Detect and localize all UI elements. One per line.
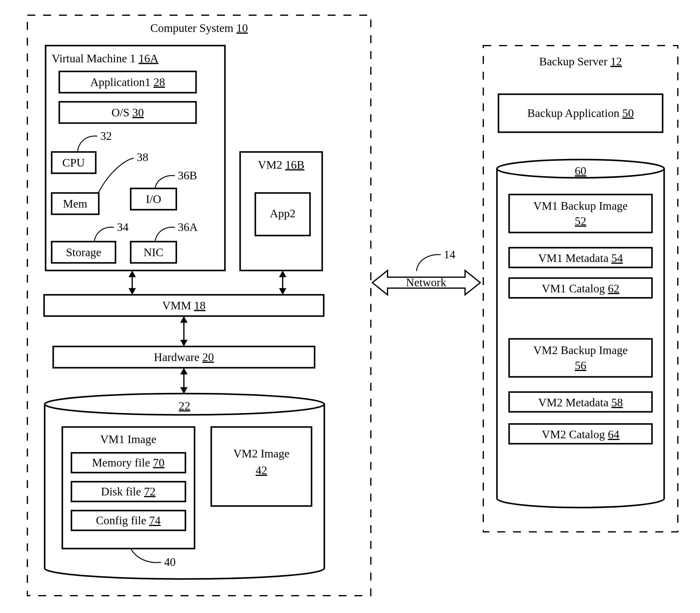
vm1-cpu-leader — [78, 136, 97, 152]
vm1-catalog-label: VM1 Catalog 62 — [542, 282, 619, 295]
vm2-backup-image-label: VM2 Backup Image — [533, 344, 628, 356]
vm1-backup-image-label: VM1 Backup Image — [533, 199, 628, 212]
svg-marker-7 — [279, 271, 286, 277]
network-ref-leader — [416, 255, 441, 271]
vm2-catalog-label: VM2 Catalog 64 — [542, 428, 619, 441]
vm1-metadata-label: VM1 Metadata 54 — [538, 252, 623, 264]
vm2-title: VM2 16B — [258, 158, 304, 171]
vm1-mem-leader — [98, 158, 134, 194]
vm1-io-ref: 36B — [178, 169, 197, 182]
vm1-cpu-label: CPU — [62, 156, 85, 169]
storage-cylinder-ref: 22 — [179, 399, 190, 412]
vm1-nic-ref: 36A — [178, 221, 198, 233]
backup-server-title: Backup Server 12 — [539, 55, 622, 68]
arrow-vm2-vmm — [279, 271, 286, 295]
vm1-os-label: O/S 30 — [112, 106, 144, 119]
arrow-vmm-hardware — [180, 316, 187, 347]
vm1-image-ref-leader — [131, 549, 161, 563]
vm1-image-ref: 40 — [164, 556, 176, 568]
arrow-vm1-vmm — [129, 271, 136, 295]
storage-cylinder — [45, 394, 324, 579]
svg-marker-4 — [129, 271, 136, 277]
svg-marker-8 — [279, 288, 286, 295]
vm2-app-label: App2 — [270, 207, 296, 220]
diagram-root: Computer System 10 Virtual Machine 1 16A… — [0, 0, 700, 613]
vm1-mem-label: Mem — [63, 197, 87, 210]
vm1-cpu-ref: 32 — [100, 129, 112, 142]
hardware-label: Hardware 20 — [154, 351, 214, 364]
vm1-app-label: Application1 28 — [90, 76, 165, 89]
vm1-nic-leader — [155, 227, 175, 242]
vm2-metadata-label: VM2 Metadata 58 — [538, 396, 623, 409]
vm1-title: Virtual Machine 1 16A — [52, 52, 159, 65]
arrow-hardware-storage — [180, 368, 187, 394]
svg-marker-10 — [180, 316, 187, 323]
memory-file-label: Memory file 70 — [92, 456, 165, 469]
config-file-label: Config file 74 — [96, 514, 160, 527]
svg-marker-11 — [180, 340, 187, 347]
vm1-storage-ref: 34 — [117, 221, 129, 233]
vm2-image-title: VM2 Image — [233, 447, 290, 460]
vm1-image-title: VM1 Image — [100, 433, 157, 445]
network-label: Network — [406, 276, 446, 289]
vm1-io-label: I/O — [146, 193, 161, 206]
disk-file-label: Disk file 72 — [101, 485, 155, 498]
vm1-nic-label: NIC — [143, 246, 163, 259]
vm1-io-leader — [155, 176, 175, 188]
svg-marker-5 — [129, 288, 136, 295]
vm1-backup-image-ref: 52 — [575, 214, 586, 227]
vm2-image-ref: 42 — [256, 464, 267, 477]
backup-app-label: Backup Application 50 — [527, 107, 634, 119]
vm1-storage-leader — [94, 227, 114, 242]
vm2-backup-image-ref: 56 — [575, 359, 586, 372]
network-ref: 14 — [444, 248, 455, 261]
svg-marker-13 — [180, 368, 187, 375]
computer-system-title: Computer System 10 — [151, 22, 248, 34]
backup-cylinder-ref: 60 — [575, 165, 586, 177]
vm1-mem-ref: 38 — [137, 151, 148, 164]
vm1-storage-label: Storage — [66, 246, 101, 259]
vmm-label: VMM 18 — [162, 299, 206, 312]
